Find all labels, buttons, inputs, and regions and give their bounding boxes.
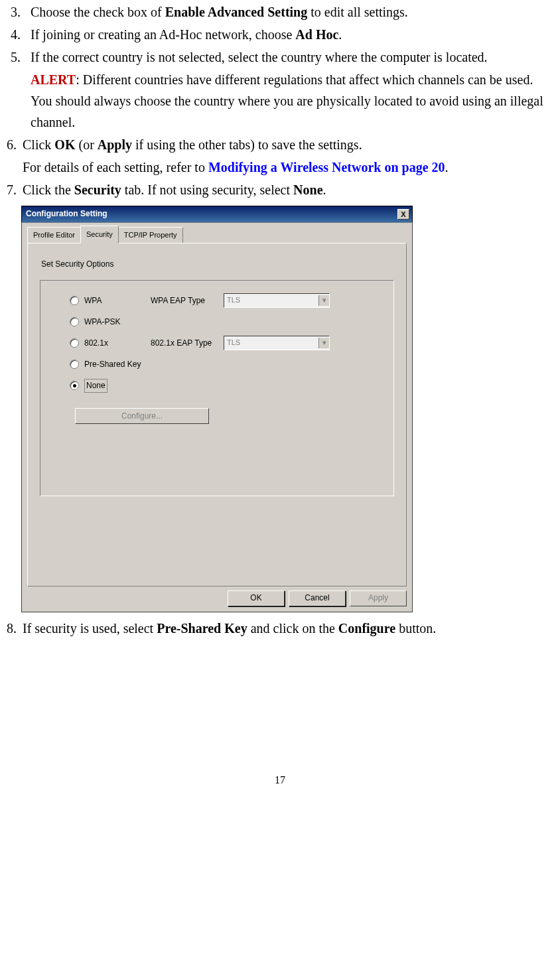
step-8: 8. If security is used, select Pre-Share… xyxy=(7,618,553,639)
radio-wpa-label: WPA xyxy=(84,295,151,307)
step-7-body: Click the Security tab. If not using sec… xyxy=(23,179,553,200)
radio-8021x-label: 802.1x xyxy=(84,337,151,350)
dropdown-8021x-eap-type[interactable]: TLS ▾ xyxy=(224,336,330,350)
apply-button[interactable]: Apply xyxy=(350,590,407,606)
link-modify-wireless[interactable]: Modifying a Wireless Network on page 20 xyxy=(208,160,445,174)
configure-button[interactable]: Configure... xyxy=(75,408,209,424)
step-7-num: 7. xyxy=(7,179,23,200)
tab-security[interactable]: Security xyxy=(80,226,119,243)
group-set-security-options: Set Security Options xyxy=(41,258,394,271)
close-icon[interactable]: X xyxy=(397,209,409,220)
label-wpa-eap-type: WPA EAP Type xyxy=(151,295,224,307)
step-6-num: 6. xyxy=(7,134,23,155)
dialog-title: Configuration Setting xyxy=(26,208,107,220)
dropdown-wpa-eap-type[interactable]: TLS ▾ xyxy=(224,293,330,308)
step-6-body: Click OK (or Apply if using the other ta… xyxy=(23,134,553,155)
radio-none-label: None xyxy=(84,379,107,393)
step-4-body: If joining or creating an Ad-Hoc network… xyxy=(31,24,553,45)
step-3-num: 3. xyxy=(7,1,31,23)
radio-wpa[interactable] xyxy=(70,296,79,305)
page-number: 17 xyxy=(7,772,553,789)
tab-row: Profile Editor Security TCP/IP Property xyxy=(27,228,407,243)
step-8-num: 8. xyxy=(7,618,23,639)
step-5-num: 5. xyxy=(7,46,31,68)
radio-none[interactable] xyxy=(70,381,79,390)
step-4: 4. If joining or creating an Ad-Hoc netw… xyxy=(7,24,553,45)
tab-profile-editor[interactable]: Profile Editor xyxy=(27,227,81,243)
chevron-down-icon: ▾ xyxy=(318,295,329,306)
radio-wpa-psk-label: WPA-PSK xyxy=(84,316,151,328)
step-8-body: If security is used, select Pre-Shared K… xyxy=(23,618,553,639)
radio-wpa-psk[interactable] xyxy=(70,317,79,326)
dialog-body: Profile Editor Security TCP/IP Property … xyxy=(21,222,413,612)
chevron-down-icon: ▾ xyxy=(318,338,329,348)
step-7: 7. Click the Security tab. If not using … xyxy=(7,179,553,200)
label-8021x-eap-type: 802.1x EAP Type xyxy=(151,337,224,350)
alert-paragraph: ALERT: Different countries have differen… xyxy=(7,69,553,133)
dialog-button-row: OK Cancel Apply xyxy=(27,590,407,606)
dialog-configuration-setting: Configuration Setting X Profile Editor S… xyxy=(21,206,413,612)
step-4-num: 4. xyxy=(7,24,31,45)
radio-pre-shared-key-label: Pre-Shared Key xyxy=(84,358,151,371)
step-6b: For details of each setting, refer to Mo… xyxy=(7,157,553,178)
radio-8021x[interactable] xyxy=(70,338,79,348)
tab-page-security: Set Security Options WPA WPA EAP Type TL… xyxy=(27,243,407,586)
step-3: 3. Choose the check box of Enable Advanc… xyxy=(7,1,553,23)
step-5-body: If the correct country is not selected, … xyxy=(31,46,553,68)
step-5: 5. If the correct country is not selecte… xyxy=(7,46,553,68)
step-6: 6. Click OK (or Apply if using the other… xyxy=(7,134,553,155)
alert-label: ALERT xyxy=(31,72,76,87)
radio-pre-shared-key[interactable] xyxy=(70,360,79,369)
cancel-button[interactable]: Cancel xyxy=(289,590,346,606)
tab-tcpip-property[interactable]: TCP/IP Property xyxy=(118,227,183,243)
security-options-group: WPA WPA EAP Type TLS ▾ WPA-PSK xyxy=(40,280,394,496)
dialog-titlebar: Configuration Setting X xyxy=(21,206,413,222)
ok-button[interactable]: OK xyxy=(228,590,285,606)
step-3-body: Choose the check box of Enable Advanced … xyxy=(31,1,553,23)
